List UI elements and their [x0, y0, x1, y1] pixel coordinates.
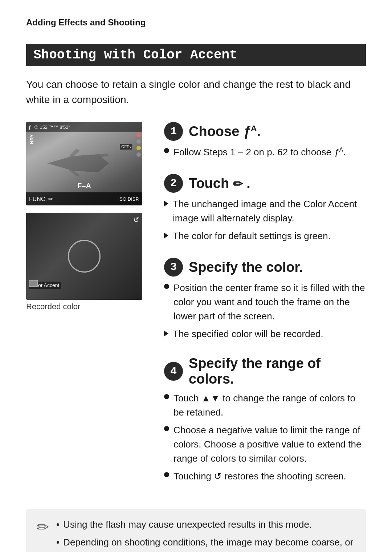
- step-2-bullet-text-1: The unchanged image and the Color Accent…: [173, 197, 366, 225]
- step-4-number: 4: [164, 362, 183, 381]
- step-1: 1 Choose ƒA. Follow Steps 1 – 2 on p. 62…: [164, 122, 366, 163]
- note-box: ✏ • Using the flash may cause unexpected…: [26, 509, 366, 552]
- step-2-tri-2: [164, 233, 168, 238]
- camera-image-2: ↺ Color Accent ±0 ▼ ▲: [26, 213, 142, 300]
- step-1-header: 1 Choose ƒA.: [164, 122, 366, 141]
- step-2-number: 2: [164, 174, 183, 193]
- images-column: ƒ ③ 152 ™™ 8'52" NRY F–A OFF₃: [26, 122, 150, 311]
- step-4-bullet-text-1: Touch ▲▼ to change the range of colors t…: [173, 391, 366, 420]
- page-header: Adding Effects and Shooting: [26, 17, 366, 28]
- step-2-bullet-text-2: The color for default settings is green.: [173, 229, 366, 243]
- step-4-circle-3: [164, 472, 169, 477]
- step-1-icon: ƒ: [243, 124, 251, 139]
- recorded-color-label: Recorded color: [26, 302, 142, 311]
- step-4-bullet-2: Choose a negative value to limit the ran…: [164, 423, 366, 466]
- step-3-header: 3 Specify the color.: [164, 258, 366, 277]
- cam1-iso-disp: ISO DISP.: [118, 196, 139, 202]
- cam1-bottom-bar: FUNC. ✏ ISO DISP.: [26, 192, 142, 205]
- cam1-fa-label: F–A: [77, 182, 91, 190]
- step-3-bullet-circle-1: [164, 284, 169, 289]
- step-3-title: Specify the color.: [189, 259, 303, 275]
- note-bullet-2: •: [56, 535, 60, 549]
- note-item-1: • Using the flash may cause unexpected r…: [56, 518, 356, 532]
- step-4-bullet-3: Touching ↺ restores the shooting screen.: [164, 469, 366, 483]
- step-4-bullet-text-3: Touching ↺ restores the shooting screen.: [173, 469, 366, 483]
- cam1-dot-gray1: [136, 139, 141, 144]
- note-pencil-icon: ✏: [36, 518, 49, 536]
- step-3-bullet-1: Position the center frame so it is fille…: [164, 281, 366, 323]
- step-1-bullet-1: Follow Steps 1 – 2 on p. 62 to choose ƒA…: [164, 145, 366, 159]
- cam1-dot-gray2: [136, 152, 141, 157]
- step-1-content: 1 Choose ƒA. Follow Steps 1 – 2 on p. 62…: [164, 122, 366, 163]
- step-2-icon: ✏: [233, 177, 243, 191]
- step-3-bullet-text-1: Position the center frame so it is fille…: [173, 281, 366, 323]
- page-container: Adding Effects and Shooting Shooting wit…: [0, 0, 392, 552]
- step-3-bullet-text-2: The specified color will be recorded.: [173, 327, 366, 341]
- cam2-color-swatch: [29, 280, 38, 287]
- step-1-title: Choose ƒA.: [189, 123, 261, 139]
- step-3: 3 Specify the color. Position the center…: [164, 258, 366, 345]
- step-4-bullet-1: Touch ▲▼ to change the range of colors t…: [164, 391, 366, 420]
- step-2-tri-1: [164, 201, 168, 207]
- step-2-bullet-2: The color for default settings is green.: [164, 229, 366, 243]
- step-2-content: 2 Touch ✏ . The unchanged image and the …: [164, 174, 366, 247]
- cam2-frame-circle: [68, 240, 101, 273]
- step-4-header: 4 Specify the range of colors.: [164, 356, 366, 387]
- step-1-bullet-circle: [164, 148, 169, 153]
- step-2-bullet-1: The unchanged image and the Color Accent…: [164, 197, 366, 225]
- cam1-dots: [136, 133, 141, 157]
- step-3-tri-1: [164, 331, 168, 336]
- cam2-screen: ↺ Color Accent ±0 ▼ ▲: [26, 213, 142, 300]
- cam1-top-bar: ƒ ③ 152 ™™ 8'52": [26, 122, 142, 132]
- step-4-title: Specify the range of colors.: [189, 356, 366, 387]
- step-1-bullet-text: Follow Steps 1 – 2 on p. 62 to choose ƒA…: [173, 145, 366, 159]
- cam1-dot-yellow: [136, 146, 141, 150]
- cam1-mode-icon: ƒ: [28, 124, 31, 130]
- step-4-content: 4 Specify the range of colors. Touch ▲▼ …: [164, 356, 366, 487]
- note-text-2: Depending on shooting conditions, the im…: [63, 535, 356, 552]
- step-3-number: 3: [164, 258, 183, 277]
- cam1-func: FUNC. ✏: [29, 196, 53, 203]
- camera-image-1: ƒ ③ 152 ™™ 8'52" NRY F–A OFF₃: [26, 122, 142, 205]
- step-4: 4 Specify the range of colors. Touch ▲▼ …: [164, 356, 366, 487]
- intro-text: You can choose to retain a single color …: [26, 77, 366, 107]
- main-content: ƒ ③ 152 ™™ 8'52" NRY F–A OFF₃: [26, 122, 366, 498]
- step-2-header: 2 Touch ✏ .: [164, 174, 366, 193]
- step-4-circle-1: [164, 394, 169, 399]
- cam1-top-info: ③ 152 ™™ 8'52": [34, 124, 70, 130]
- note-content: • Using the flash may cause unexpected r…: [56, 518, 356, 552]
- camera-image-2-wrapper: ↺ Color Accent ±0 ▼ ▲ Recorded: [26, 213, 142, 311]
- step-3-bullet-2: The specified color will be recorded.: [164, 327, 366, 341]
- step-4-bullet-text-2: Choose a negative value to limit the ran…: [173, 423, 366, 466]
- note-bullet-1: •: [56, 518, 60, 532]
- step-4-circle-2: [164, 426, 169, 431]
- cam2-return-btn: ↺: [133, 216, 139, 224]
- steps-column: 1 Choose ƒA. Follow Steps 1 – 2 on p. 62…: [164, 122, 366, 498]
- airplane-silhouette: [44, 147, 116, 180]
- note-item-2: • Depending on shooting conditions, the …: [56, 535, 356, 552]
- step-3-content: 3 Specify the color. Position the center…: [164, 258, 366, 345]
- step-2-title: Touch ✏ .: [189, 176, 250, 191]
- section-divider: [26, 35, 366, 35]
- cam1-off-label: OFF₃: [120, 144, 132, 150]
- cam1-screen: ƒ ③ 152 ™™ 8'52" NRY F–A OFF₃: [26, 122, 142, 205]
- cam1-dot-red: [136, 133, 141, 137]
- section-title: Shooting with Color Accent: [26, 44, 366, 66]
- step-1-number: 1: [164, 122, 183, 141]
- cam1-nry-label: NRY: [29, 134, 34, 144]
- note-text-1: Using the flash may cause unexpected res…: [63, 518, 312, 532]
- step-2: 2 Touch ✏ . The unchanged image and the …: [164, 174, 366, 247]
